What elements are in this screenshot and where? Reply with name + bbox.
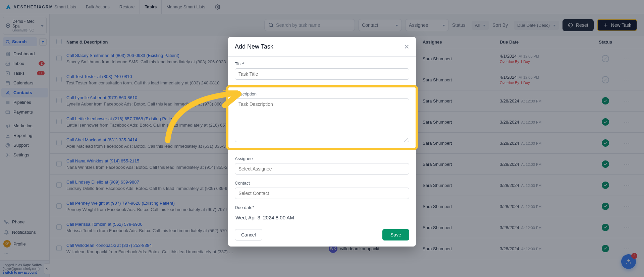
add-task-modal: Add New Task × Title* Description Assign… bbox=[228, 37, 416, 247]
title-label: Title* bbox=[235, 61, 409, 66]
save-button[interactable]: Save bbox=[382, 229, 409, 240]
contact-select[interactable] bbox=[235, 188, 409, 199]
modal-close-button[interactable]: × bbox=[404, 42, 409, 51]
due-date-label: Due date* bbox=[235, 205, 409, 210]
cancel-button[interactable]: Cancel bbox=[235, 229, 262, 240]
assignee-label: Assignee bbox=[235, 156, 409, 161]
description-highlight: Description bbox=[226, 85, 418, 150]
due-date-value[interactable]: Wed, Apr 3, 2024 8:00 AM bbox=[235, 212, 409, 223]
modal-title: Add New Task bbox=[235, 43, 273, 50]
task-title-input[interactable] bbox=[235, 68, 409, 80]
description-label: Description bbox=[235, 91, 409, 96]
assignee-select[interactable] bbox=[235, 163, 409, 175]
contact-label: Contact bbox=[235, 181, 409, 186]
task-description-input[interactable] bbox=[235, 98, 409, 142]
